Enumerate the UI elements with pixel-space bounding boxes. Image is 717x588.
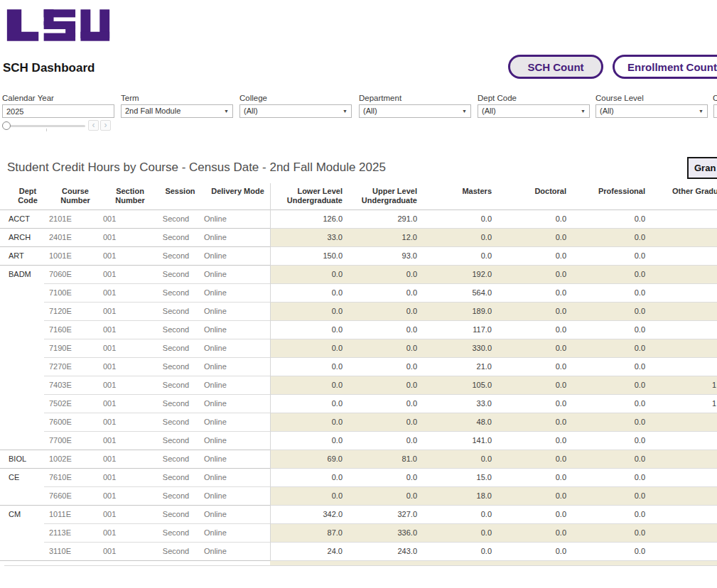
- cell-section: 001: [98, 524, 153, 543]
- cell-value: 0.0: [572, 487, 648, 506]
- table-row[interactable]: BIOL1002E001SecondOnline69.081.00.00.00.…: [0, 450, 717, 469]
- cell-delivery: Online: [198, 487, 270, 506]
- cell-value: 291.0: [348, 210, 423, 229]
- filter-term: Term 2nd Fall Module ▼: [121, 94, 233, 104]
- enrollment-count-button[interactable]: Enrollment Count: [613, 55, 717, 79]
- col-header-delivery-mode: Delivery Mode: [198, 183, 270, 209]
- table-row[interactable]: CM1011E001SecondOnline342.0327.00.00.00.…: [0, 506, 717, 524]
- course-level-dropdown[interactable]: (All) ▼: [595, 104, 708, 118]
- cell-value: 0.0: [497, 450, 572, 469]
- cell-dept: [0, 339, 44, 358]
- slider-prev-button[interactable]: ‹: [88, 120, 99, 131]
- cell-value: 0.0: [497, 339, 572, 358]
- cell-value: 0.0: [423, 229, 497, 247]
- lsu-logo: [6, 7, 111, 43]
- table-row[interactable]: 7700E001SecondOnline0.00.0141.00.00.0: [0, 432, 717, 450]
- cell-course: 2101E: [44, 210, 98, 229]
- cell-session: Second: [153, 339, 198, 358]
- cell-delivery: Online: [198, 321, 270, 339]
- table-row[interactable]: BADM7060E001SecondOnline0.00.0192.00.00.…: [0, 266, 717, 284]
- table-row[interactable]: 7120E001SecondOnline0.00.0189.00.00.0: [0, 303, 717, 321]
- cell-value: 0.0: [270, 395, 348, 413]
- col-header-lower-level-undergraduate: Lower Level Undergraduate: [270, 183, 348, 209]
- cell-value: 0.0: [270, 284, 348, 303]
- cell-section: 001: [98, 506, 153, 524]
- cell-session: Second: [153, 506, 198, 524]
- cell-value: 0.0: [572, 229, 648, 247]
- cell-value: [648, 266, 717, 284]
- table-row[interactable]: ART1001E001SecondOnline150.093.00.00.00.…: [0, 247, 717, 266]
- cell-value: 0.0: [572, 543, 648, 561]
- calendar-year-slider[interactable]: [2, 121, 86, 131]
- table-row[interactable]: 7403E001SecondOnline0.00.0105.00.00.01: [0, 376, 717, 395]
- cell-value: [648, 506, 717, 524]
- cell-value: 192.0: [423, 266, 497, 284]
- table-row[interactable]: 7100E001SecondOnline0.00.0564.00.00.0: [0, 284, 717, 303]
- table-row[interactable]: 7270E001SecondOnline0.00.021.00.00.0: [0, 358, 717, 376]
- filter-label: Dept Code: [478, 94, 590, 104]
- slider-track[interactable]: [6, 125, 85, 127]
- cell-value: 0.0: [572, 358, 648, 376]
- dept-code-dropdown[interactable]: (All) ▼: [478, 104, 590, 118]
- table-row[interactable]: 7190E001SecondOnline0.00.0330.00.00.0: [0, 339, 717, 358]
- cell-section: 001: [98, 210, 153, 229]
- cell-session: Second: [153, 321, 198, 339]
- cell-value: 0.0: [572, 469, 648, 487]
- table-row[interactable]: 7502E001SecondOnline0.00.033.00.00.01: [0, 395, 717, 413]
- cell-value: 18.0: [423, 487, 497, 506]
- dropdown-caret-icon: ▼: [699, 105, 703, 117]
- cell-course: 2401E: [44, 229, 98, 247]
- cell-value: [648, 210, 717, 229]
- department-dropdown[interactable]: (All) ▼: [359, 104, 471, 118]
- cell-delivery: Online: [198, 210, 270, 229]
- cell-section: 001: [98, 395, 153, 413]
- table-row[interactable]: ARCH2401E001SecondOnline33.012.00.00.00.…: [0, 229, 717, 247]
- cell-value: 327.0: [348, 506, 423, 524]
- sch-count-button[interactable]: SCH Count: [508, 55, 603, 79]
- clipped-dropdown[interactable]: (All): [713, 104, 717, 118]
- cell-value: 342.0: [270, 506, 348, 524]
- cell-section: 001: [98, 543, 153, 561]
- cell-value: 0.0: [572, 524, 648, 543]
- cell-course: 7120E: [44, 303, 98, 321]
- slider-next-button[interactable]: ›: [100, 120, 111, 131]
- col-header-upper-level-undergraduate: Upper Level Undergraduate: [348, 183, 423, 209]
- col-header-other-graduate: Other Gradu: [648, 183, 717, 209]
- cell-value: 0.0: [497, 210, 572, 229]
- cell-value: 0.0: [497, 284, 572, 303]
- cell-value: 0.0: [572, 210, 648, 229]
- slider-knob[interactable]: [2, 121, 11, 130]
- cell-value: 0.0: [348, 321, 423, 339]
- table-row[interactable]: 2113E001SecondOnline87.0336.00.00.00.0: [0, 524, 717, 543]
- table-row[interactable]: ACCT2101E001SecondOnline126.0291.00.00.0…: [0, 210, 717, 229]
- cell-dept: CM: [0, 506, 44, 524]
- cell-section: 001: [98, 247, 153, 266]
- table-row[interactable]: 7600E001SecondOnline0.00.048.00.00.0: [0, 413, 717, 432]
- table-row[interactable]: 7160E001SecondOnline0.00.0117.00.00.0: [0, 321, 717, 339]
- cell-session: Second: [153, 210, 198, 229]
- cell-dept: [0, 543, 44, 561]
- cell-section: 001: [98, 321, 153, 339]
- cell-course: 7100E: [44, 284, 98, 303]
- cell-value: [648, 450, 717, 469]
- cell-section: 001: [98, 450, 153, 469]
- col-header-doctoral: Doctoral: [497, 183, 572, 209]
- grand-total-button[interactable]: Gran: [687, 157, 717, 179]
- table-row[interactable]: CE7610E001SecondOnline0.00.015.00.00.0: [0, 469, 717, 487]
- term-dropdown[interactable]: 2nd Fall Module ▼: [121, 104, 233, 118]
- filter-college: College (All) ▼: [239, 94, 352, 104]
- cell-dept: [0, 321, 44, 339]
- calendar-year-input[interactable]: [2, 104, 114, 118]
- cell-value: 0.0: [497, 543, 572, 561]
- cell-value: [648, 229, 717, 247]
- cell-dept: [0, 376, 44, 395]
- college-dropdown[interactable]: (All) ▼: [239, 104, 352, 118]
- cell-dept: [0, 395, 44, 413]
- cell-value: 0.0: [572, 506, 648, 524]
- cell-section: 001: [98, 229, 153, 247]
- table-row[interactable]: 3110E001SecondOnline24.0243.00.00.00.0: [0, 543, 717, 561]
- table-row[interactable]: 7660E001SecondOnline0.00.018.00.00.0: [0, 487, 717, 506]
- cell-dept: ARCH: [0, 229, 44, 247]
- cell-dept: [0, 303, 44, 321]
- dropdown-caret-icon: ▼: [462, 105, 467, 117]
